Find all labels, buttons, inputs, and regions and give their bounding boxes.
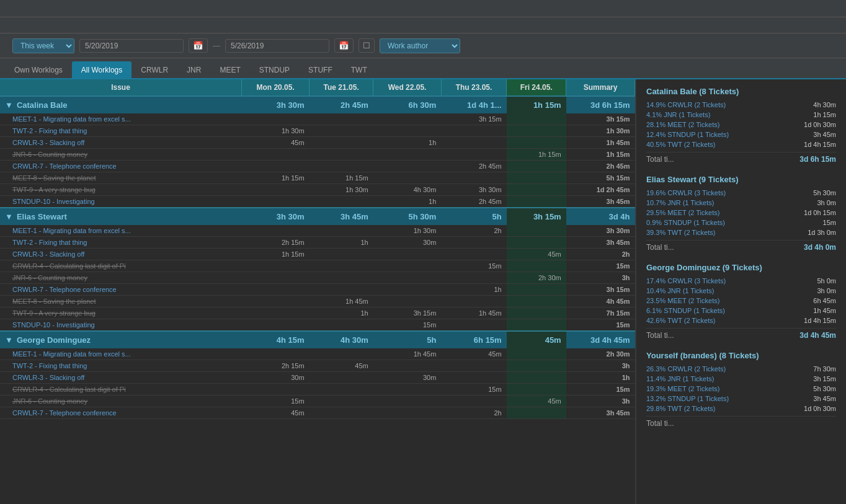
summary-section-time: 5h 0m: [802, 277, 836, 285]
help-menu[interactable]: [20, 24, 32, 27]
issue-link[interactable]: CRWLR-3 - Slacking off: [12, 139, 84, 146]
calendar-from-button[interactable]: 📅: [189, 38, 208, 53]
issue-cell: CRWLR-7 - Telephone conference: [0, 284, 242, 296]
issue-text: CRWLR-4 - Calculating last digit of Pi: [12, 262, 126, 270]
issue-cell: TWT-9 - A very strange bug: [0, 307, 242, 319]
issue-link[interactable]: TWT-2 - Fixing that thing: [12, 362, 87, 369]
issue-link[interactable]: MEET-1 - Migrating data from excel s...: [12, 115, 131, 123]
summary-section-label[interactable]: 39.3% TWT (2 Tickets): [646, 229, 715, 236]
issue-cell: TWT-2 - Fixing that thing: [0, 237, 242, 249]
tab-meet[interactable]: MEET: [210, 61, 249, 78]
person-row-0[interactable]: ▼Catalina Bale3h 30m2h 45m6h 30m1d 4h 1.…: [0, 96, 635, 113]
summary-section-label[interactable]: 12.4% STNDUP (1 Tickets): [646, 131, 729, 138]
summary-section-label[interactable]: 10.4% JNR (1 Tickets): [646, 287, 714, 294]
col-tue: Tue 21.05.: [309, 79, 373, 96]
time-cell: 1h: [309, 237, 373, 249]
summary-section-label[interactable]: 4.1% JNR (1 Tickets): [646, 111, 710, 118]
summary-section-label[interactable]: 13.2% STNDUP (1 Tickets): [646, 395, 729, 402]
time-cell: 3h 45m: [566, 196, 635, 208]
worklog-table-area[interactable]: Issue Mon 20.05. Tue 21.05. Wed 22.05. T…: [0, 79, 635, 504]
time-cell: 1d 2h 45m: [566, 184, 635, 196]
issue-link[interactable]: TWT-2 - Fixing that thing: [12, 239, 87, 246]
time-cell: [242, 113, 309, 125]
tab-stndup[interactable]: STNDUP: [250, 61, 299, 78]
summary-section-label[interactable]: 29.8% TWT (2 Tickets): [646, 405, 715, 412]
summary-section-label[interactable]: 28.1% MEET (2 Tickets): [646, 121, 719, 128]
issue-link[interactable]: CRWLR-3 - Slacking off: [12, 250, 84, 258]
summary-section-label[interactable]: 19.6% CRWLR (3 Tickets): [646, 189, 726, 197]
summary-section-time: 5h 30m: [802, 189, 836, 197]
time-cell: [309, 372, 373, 384]
summary-section-label[interactable]: 0.9% STNDUP (1 Tickets): [646, 219, 725, 226]
time-cell: 2h 15m: [242, 237, 309, 249]
date-from-input[interactable]: [79, 39, 184, 53]
issue-link[interactable]: CRWLR-7 - Telephone conference: [12, 409, 117, 417]
issue-row: CRWLR-7 - Telephone conference2h 45m2h 4…: [0, 161, 635, 172]
summary-section-label[interactable]: 23.5% MEET (2 Tickets): [646, 297, 719, 304]
time-cell: 2h 45m: [441, 161, 506, 172]
tab-twt[interactable]: TWT: [342, 61, 376, 78]
summary-section-label[interactable]: 29.5% MEET (2 Tickets): [646, 209, 719, 216]
tab-own-worklogs[interactable]: Own Worklogs: [5, 61, 72, 78]
date-separator: —: [213, 42, 220, 50]
calendar-range-button[interactable]: ☐: [358, 38, 375, 53]
issue-cell: TWT-2 - Fixing that thing: [0, 125, 242, 137]
minimize-button[interactable]: [813, 7, 819, 10]
summary-section-label[interactable]: 14.9% CRWLR (2 Tickets): [646, 101, 726, 108]
summary-section-label[interactable]: 26.3% CRWLR (2 Tickets): [646, 365, 726, 373]
time-cell: [507, 307, 566, 319]
time-cell: 1h: [309, 307, 373, 319]
summary-section-label[interactable]: 11.4% JNR (1 Tickets): [646, 375, 714, 382]
time-cell: [242, 307, 309, 319]
summary-section-label[interactable]: 42.6% TWT (2 Tickets): [646, 317, 715, 324]
time-cell: 15m: [441, 384, 506, 396]
time-cell: 3h: [566, 396, 635, 407]
issue-link[interactable]: MEET-1 - Migrating data from excel s...: [12, 350, 131, 358]
issue-link[interactable]: CRWLR-7 - Telephone conference: [12, 286, 117, 293]
issue-link[interactable]: STNDUP-10 - Investigating: [12, 321, 95, 329]
calendar-to-button[interactable]: 📅: [334, 38, 354, 53]
issue-cell: CRWLR-7 - Telephone conference: [0, 161, 242, 172]
issue-link[interactable]: MEET-1 - Migrating data from excel s...: [12, 227, 131, 234]
file-menu[interactable]: [5, 24, 17, 27]
issue-text: TWT-9 - A very strange bug: [12, 186, 96, 193]
work-author-select[interactable]: Work author Catalina Bale Elias Stewart: [380, 38, 460, 53]
restore-button[interactable]: [824, 7, 830, 10]
summary-content: Catalina Bale (8 Tickets)14.9% CRWLR (2 …: [646, 87, 836, 428]
person-row-2[interactable]: ▼George Dominguez4h 15m4h 30m5h6h 15m45m…: [0, 331, 635, 348]
issue-link[interactable]: CRWLR-3 - Slacking off: [12, 374, 84, 381]
issue-link[interactable]: TWT-2 - Fixing that thing: [12, 127, 87, 135]
summary-total-label: Total ti...: [646, 155, 674, 164]
date-to-input[interactable]: [225, 39, 329, 53]
tab-crwlr[interactable]: CRWLR: [131, 61, 177, 78]
issue-link[interactable]: STNDUP-10 - Investigating: [12, 198, 95, 205]
menu-bar: [0, 17, 846, 33]
issue-row: STNDUP-10 - Investigating15m15m: [0, 319, 635, 332]
time-cell: 15m: [566, 319, 635, 332]
time-cell: [373, 396, 442, 407]
summary-section-label[interactable]: 6.1% STNDUP (1 Tickets): [646, 307, 725, 314]
summary-section-label[interactable]: 17.4% CRWLR (3 Tickets): [646, 277, 726, 285]
time-cell: 2h 45m: [441, 196, 506, 208]
summary-section-time: 5h 30m: [802, 385, 836, 392]
tab-jnr[interactable]: JNR: [177, 61, 210, 78]
time-cell: [441, 272, 506, 284]
time-cell: [441, 296, 506, 307]
close-button[interactable]: [835, 7, 841, 10]
summary-section-label[interactable]: 40.5% TWT (2 Tickets): [646, 141, 715, 148]
summary-section-label[interactable]: 19.3% MEET (2 Tickets): [646, 385, 719, 392]
person-total-1: 2h 45m: [309, 96, 373, 113]
time-cell: [242, 161, 309, 172]
summary-section-time: 1h 45m: [802, 307, 836, 314]
tab-stuff[interactable]: STUFF: [299, 61, 342, 78]
issue-link[interactable]: CRWLR-7 - Telephone conference: [12, 162, 117, 170]
timerange-select[interactable]: This week Last week This month: [12, 38, 74, 53]
person-row-1[interactable]: ▼Elias Stewart3h 30m3h 45m5h 30m5h3h 15m…: [0, 208, 635, 225]
issue-row: TWT-2 - Fixing that thing2h 15m45m3h: [0, 360, 635, 372]
person-total-5: 3d 4h: [566, 208, 635, 225]
col-thu: Thu 23.05.: [441, 79, 506, 96]
summary-section-label[interactable]: 10.7% JNR (1 Tickets): [646, 199, 714, 206]
summary-person-name: Catalina Bale (8 Tickets): [646, 87, 836, 96]
tab-all-worklogs[interactable]: All Worklogs: [72, 61, 131, 78]
summary-panel: Catalina Bale (8 Tickets)14.9% CRWLR (2 …: [635, 79, 846, 504]
